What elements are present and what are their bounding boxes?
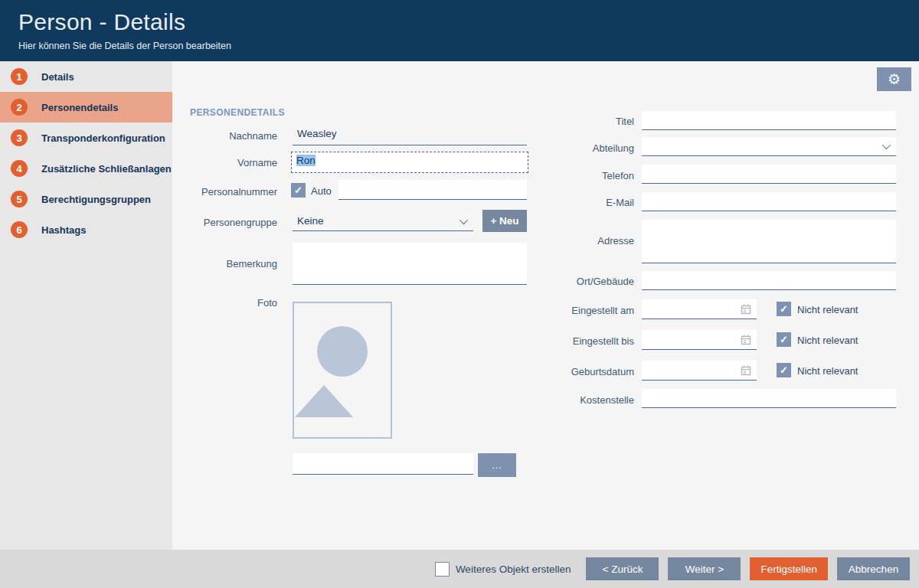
chevron-down-icon [460, 215, 468, 224]
sidebar-item-zusaetzliche-schliessanlagen[interactable]: 4 Zusätzliche Schließanlagen [0, 153, 172, 184]
step-number-badge: 4 [11, 160, 28, 177]
sidebar-item-label: Zusätzliche Schließanlagen [41, 163, 172, 175]
bemerkung-textarea[interactable] [293, 243, 527, 285]
gear-icon: ⚙ [888, 70, 901, 88]
vorname-value: Ron [296, 155, 316, 166]
nachname-value: Weasley [297, 128, 337, 139]
calendar-icon [740, 364, 752, 377]
page-subtitle: Hier können Sie die Details der Person b… [18, 41, 231, 51]
email-label: E-Mail [547, 197, 634, 208]
titel-label: Titel [547, 116, 634, 127]
sidebar-item-hashtags[interactable]: 6 Hashtags [0, 214, 172, 245]
weiteres-objekt-label: Weiteres Objekt erstellen [456, 564, 571, 575]
section-title: PERSONENDETAILS [190, 107, 285, 118]
vorname-input[interactable]: Ron [291, 152, 528, 173]
email-input[interactable] [642, 192, 896, 211]
sidebar-item-label: Details [41, 71, 74, 83]
person-silhouette-shoulders-icon [295, 385, 353, 417]
kostenstelle-input[interactable] [642, 389, 896, 408]
browse-button[interactable]: ... [478, 453, 516, 477]
adresse-label: Adresse [547, 235, 634, 247]
auto-label: Auto [311, 185, 332, 197]
eingestellt-bis-date-input[interactable] [642, 330, 757, 350]
telefon-input[interactable] [642, 165, 896, 184]
step-number-badge: 2 [11, 99, 28, 116]
sidebar-item-berechtigungsgruppen[interactable]: 5 Berechtigungsgruppen [0, 184, 172, 214]
nicht-relevant-label: Nicht relevant [797, 304, 858, 315]
foto-label: Foto [190, 297, 277, 309]
step-number-badge: 1 [11, 68, 28, 85]
page-title: Person - Details [18, 9, 185, 35]
sidebar-item-label: Berechtigungsgruppen [41, 194, 151, 205]
foto-placeholder [293, 302, 392, 439]
check-icon: ✓ [780, 303, 788, 315]
nachname-input[interactable]: Weasley [293, 126, 527, 145]
titel-input[interactable] [642, 111, 896, 130]
neu-button[interactable]: + Neu [482, 210, 527, 232]
weiteres-objekt-group: Weiteres Objekt erstellen [435, 562, 571, 577]
check-icon: ✓ [780, 364, 788, 376]
step-number-badge: 6 [11, 221, 28, 238]
eingestellt-am-date-input[interactable] [642, 299, 757, 319]
weiter-button[interactable]: Weiter > [668, 557, 741, 580]
person-silhouette-head-icon [317, 326, 368, 377]
personengruppe-select[interactable]: Keine [293, 211, 473, 231]
vorname-label: Vorname [190, 157, 277, 168]
calendar-icon [740, 303, 752, 315]
zurueck-button[interactable]: < Zurück [586, 557, 659, 580]
step-number-badge: 3 [11, 129, 28, 146]
bemerkung-label: Bemerkung [190, 258, 277, 270]
abteilung-label: Abteilung [547, 142, 634, 154]
nicht-relevant-label: Nicht relevant [797, 365, 858, 377]
geburtsdatum-label: Geburtsdatum [547, 366, 634, 377]
ort-gebaeude-input[interactable] [642, 271, 896, 290]
sidebar-item-transponderkonfiguration[interactable]: 3 Transponderkonfiguration [0, 122, 172, 153]
check-icon: ✓ [780, 334, 788, 345]
step-number-badge: 5 [11, 191, 28, 207]
adresse-textarea[interactable] [642, 220, 896, 263]
settings-button[interactable]: ⚙ [877, 67, 911, 91]
eingestellt-bis-nicht-relevant-checkbox[interactable]: ✓ [777, 332, 791, 347]
wizard-sidebar: 1 Details 2 Personendetails 3 Transponde… [0, 61, 172, 550]
abteilung-select[interactable] [642, 137, 896, 156]
sidebar-item-details[interactable]: 1 Details [0, 61, 172, 92]
calendar-icon [740, 334, 752, 346]
kostenstelle-label: Kostenstelle [547, 394, 634, 406]
sidebar-item-personendetails[interactable]: 2 Personendetails [0, 92, 172, 122]
footer-bar: Weiteres Objekt erstellen < Zurück Weite… [0, 550, 919, 588]
fertigstellen-button[interactable]: Fertigstellen [750, 557, 828, 580]
auto-checkbox[interactable]: ✓ [291, 183, 306, 198]
weiteres-objekt-checkbox[interactable] [435, 562, 450, 577]
sidebar-item-label: Personendetails [41, 102, 118, 113]
sidebar-item-label: Hashtags [41, 224, 87, 236]
sidebar-item-label: Transponderkonfiguration [41, 132, 165, 144]
personengruppe-value: Keine [297, 215, 324, 227]
geburtsdatum-date-input[interactable] [642, 361, 757, 381]
chevron-down-icon [882, 141, 891, 149]
nicht-relevant-label: Nicht relevant [797, 335, 858, 346]
telefon-label: Telefon [547, 170, 634, 181]
eingestellt-bis-label: Eingestellt bis [547, 335, 634, 347]
personalnummer-label: Personalnummer [190, 186, 277, 198]
foto-path-input[interactable] [293, 453, 473, 475]
eingestellt-am-label: Eingestellt am [547, 305, 634, 316]
personalnummer-input[interactable] [338, 180, 527, 200]
header: Person - Details Hier können Sie die Det… [0, 0, 919, 61]
abbrechen-button[interactable]: Abbrechen [837, 557, 910, 580]
geburtsdatum-nicht-relevant-checkbox[interactable]: ✓ [777, 363, 791, 377]
nachname-label: Nachname [190, 130, 277, 142]
ort-gebaeude-label: Ort/Gebäude [547, 276, 634, 287]
check-icon: ✓ [294, 185, 303, 196]
personengruppe-label: Personengruppe [190, 217, 277, 228]
eingestellt-am-nicht-relevant-checkbox[interactable]: ✓ [777, 302, 791, 316]
